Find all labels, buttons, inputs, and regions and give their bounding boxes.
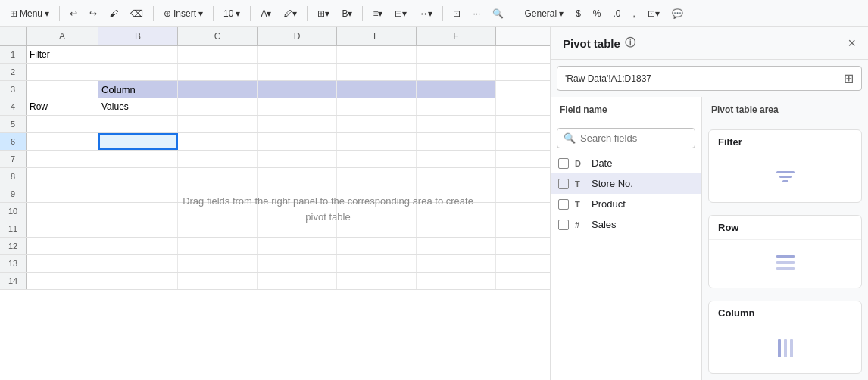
sep5 [307, 6, 308, 21]
cell-d3[interactable] [258, 81, 337, 98]
panel-header: Pivot table ⓘ × [551, 27, 868, 60]
sales-checkbox[interactable] [558, 220, 569, 230]
format-selector[interactable]: General ▾ [520, 6, 567, 21]
table-button[interactable]: ⊞▾ [314, 6, 333, 21]
menu-button[interactable]: ⊞ Menu ▾ [6, 6, 53, 21]
spreadsheet[interactable]: A B C D E F 1 Filter [0, 27, 550, 380]
field-name-col: Field name 🔍 D Date T [551, 97, 702, 380]
align-button[interactable]: ≡▾ [369, 6, 386, 21]
column-zone-body: Drag and drop a field to fill in as [709, 325, 861, 374]
insert-button[interactable]: ⊕ Insert ▾ [160, 6, 207, 21]
cell-a4[interactable]: Row [27, 98, 98, 115]
cell-f1[interactable] [417, 46, 496, 63]
date-field-label: Date [592, 157, 694, 169]
cell-b2[interactable] [98, 64, 178, 80]
toolbar: ⊞ Menu ▾ ↩ ↪ 🖌 ⌫ ⊕ Insert ▾ 10 ▾ A▾ 🖊▾ ⊞… [0, 0, 868, 27]
row-num-4: 4 [0, 98, 27, 115]
product-field-label: Product [592, 198, 694, 210]
table-row: 2 [0, 64, 550, 81]
cell-c2[interactable] [178, 64, 258, 80]
cell-c4[interactable] [178, 98, 258, 115]
cell-e2[interactable] [337, 64, 417, 80]
row-num-2: 2 [0, 64, 27, 80]
sep2 [153, 6, 154, 21]
cell-a1[interactable]: Filter [27, 46, 98, 63]
search-sheet-button[interactable]: 🔍 [489, 6, 507, 21]
thousands-button[interactable]: , [629, 6, 639, 21]
currency-button[interactable]: $ [572, 6, 585, 21]
undo-button[interactable]: ↩ [66, 6, 81, 21]
filter-zone[interactable]: Filter Filter data according to field [708, 129, 862, 203]
font-size-selector[interactable]: 10 ▾ [220, 6, 244, 21]
format-chevron-icon: ▾ [559, 8, 564, 19]
percent-button[interactable]: % [589, 6, 605, 21]
date-checkbox[interactable] [558, 158, 569, 169]
col-header-f[interactable]: F [417, 27, 496, 45]
pivot-area-col: Pivot table area Filter Filter data acco… [702, 97, 868, 380]
search-box[interactable]: 🔍 [557, 128, 695, 148]
sep4 [250, 6, 251, 21]
product-checkbox[interactable] [558, 199, 569, 210]
store-no-checkbox[interactable] [558, 179, 569, 189]
view-button[interactable]: ⊡ [449, 6, 464, 21]
col-header-c[interactable]: C [178, 27, 258, 45]
svg-rect-8 [790, 339, 793, 357]
list-item[interactable]: D Date [551, 153, 701, 173]
more-button[interactable]: ··· [469, 6, 484, 21]
redo-button[interactable]: ↪ [86, 6, 101, 21]
cell-e1[interactable] [337, 46, 417, 63]
text-dir-button[interactable]: ↔▾ [415, 6, 436, 21]
table-row: 4 Row Values [0, 98, 550, 116]
decimal-button[interactable]: .0 [610, 6, 625, 21]
highlight-button[interactable]: 🖊▾ [279, 6, 301, 21]
cell-a2[interactable] [27, 64, 98, 80]
list-item[interactable]: T Store No. [551, 173, 701, 194]
row-zone[interactable]: Row Drag and drop a field to fill in as [708, 215, 862, 288]
table-row: 6 [0, 133, 550, 151]
cell-d1[interactable] [258, 46, 337, 63]
svg-rect-0 [776, 171, 795, 173]
data-source-bar[interactable]: 'Raw Data'!A1:D1837 ⊞ [557, 66, 862, 91]
col-header-row: A B C D E F [0, 27, 550, 46]
panel-title: Pivot table ⓘ [563, 36, 635, 50]
cell-c3[interactable] [178, 81, 258, 98]
filter-zone-header: Filter [709, 130, 861, 154]
row-drop-icon [773, 251, 798, 280]
valign-button[interactable]: ⊟▾ [391, 6, 411, 21]
cell-f4[interactable] [417, 98, 496, 115]
col-header-e[interactable]: E [337, 27, 417, 45]
cell-b3[interactable]: Column [98, 81, 178, 98]
column-zone[interactable]: Column Drag and drop a field to fill in … [708, 301, 862, 374]
cell-c1[interactable] [178, 46, 258, 63]
col-header-a[interactable]: A [27, 27, 98, 45]
col-header-d[interactable]: D [258, 27, 337, 45]
cell-f3[interactable] [417, 81, 496, 98]
svg-rect-3 [776, 255, 795, 258]
number-format-button[interactable]: ⊡▾ [644, 6, 663, 21]
list-item[interactable]: # Sales [551, 214, 701, 235]
cell-d4[interactable] [258, 98, 337, 115]
clear-button[interactable]: ⌫ [126, 6, 147, 21]
col-header-b[interactable]: B [98, 27, 178, 45]
sep7 [442, 6, 443, 21]
cell-b4[interactable]: Values [98, 98, 178, 115]
table-row: 5 [0, 116, 550, 133]
format-paint-button[interactable]: 🖌 [105, 6, 122, 21]
row-num-1: 1 [0, 46, 27, 63]
cell-e3[interactable] [337, 81, 417, 98]
font-color-button[interactable]: A▾ [257, 6, 275, 21]
search-input[interactable] [580, 132, 688, 144]
sep6 [362, 6, 363, 21]
list-item[interactable]: T Product [551, 194, 701, 214]
bold-button[interactable]: B▾ [338, 6, 356, 21]
close-button[interactable]: × [848, 36, 856, 50]
sep1 [59, 6, 60, 21]
cell-a3[interactable] [27, 81, 98, 98]
comment-button[interactable]: 💬 [668, 6, 687, 21]
cell-e4[interactable] [337, 98, 417, 115]
cell-f2[interactable] [417, 64, 496, 80]
table-row: 13 [0, 255, 550, 273]
help-icon[interactable]: ⓘ [625, 36, 635, 50]
cell-d2[interactable] [258, 64, 337, 80]
cell-b1[interactable] [98, 46, 178, 63]
